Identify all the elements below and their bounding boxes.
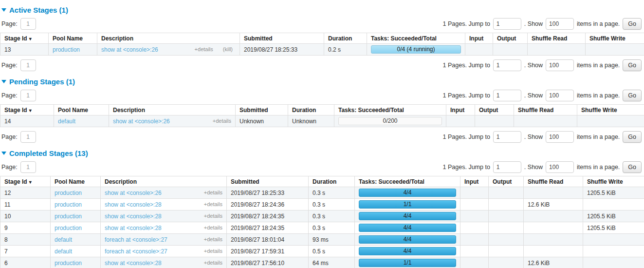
col-header-output[interactable]: Output: [493, 33, 528, 44]
page-input[interactable]: [20, 161, 36, 173]
col-header-submitted[interactable]: Submitted: [240, 33, 324, 44]
col-header-submitted[interactable]: Submitted: [236, 105, 288, 115]
col-header-input[interactable]: Input: [465, 33, 493, 44]
active-stages-table: Stage Id▾Pool NameDescriptionSubmittedDu…: [0, 33, 644, 56]
col-header-tasks-succeeded-total[interactable]: Tasks: Succeeded/Total: [355, 176, 460, 187]
stage-description-link[interactable]: show at <console>:26: [105, 190, 162, 196]
stage-description-link[interactable]: show at <console>:26: [113, 118, 170, 125]
col-header-duration[interactable]: Duration: [324, 33, 367, 44]
pages-count-text: 1 Pages. Jump to: [443, 164, 490, 171]
items-per-page-input[interactable]: [546, 90, 574, 101]
jump-to-page-input[interactable]: [493, 90, 521, 101]
col-header-stage-id[interactable]: Stage Id▾: [0, 176, 51, 187]
active-stages-heading[interactable]: Active Stages (1): [1, 6, 644, 14]
go-button[interactable]: Go: [623, 18, 642, 30]
details-toggle[interactable]: +details: [204, 248, 222, 254]
col-header-shuffle-read[interactable]: Shuffle Read: [524, 176, 583, 187]
shuffle-read-cell: [514, 115, 577, 127]
col-header-duration[interactable]: Duration: [309, 176, 355, 187]
pool-name-link[interactable]: default: [58, 118, 75, 125]
col-header-label: Output: [493, 178, 512, 185]
pool-name-link[interactable]: production: [55, 201, 82, 208]
details-toggle[interactable]: +details: [204, 236, 222, 242]
stage-description-link[interactable]: show at <console>:26: [101, 46, 158, 53]
pool-name-link[interactable]: production: [55, 260, 82, 267]
col-header-description[interactable]: Description: [97, 33, 240, 44]
items-per-page-input[interactable]: [546, 18, 574, 30]
stage-description-link[interactable]: foreach at <console>:27: [105, 248, 167, 255]
col-header-submitted[interactable]: Submitted: [227, 176, 309, 187]
col-header-description[interactable]: Description: [101, 176, 227, 187]
details-toggle[interactable]: +details: [204, 260, 222, 266]
col-header-stage-id[interactable]: Stage Id▾: [0, 105, 54, 115]
description-cell: show at <console>:26(kill)+details: [97, 44, 240, 56]
section-title: Pending Stages (1): [9, 77, 75, 86]
output-cell: [493, 44, 528, 56]
col-header-shuffle-write[interactable]: Shuffle Write: [583, 176, 644, 187]
page-input[interactable]: [20, 90, 36, 101]
pool-name-link[interactable]: production: [55, 190, 82, 196]
pool-name-cell: default: [51, 234, 101, 246]
completed-stages-heading[interactable]: Completed Stages (13): [1, 149, 644, 157]
pool-name-link[interactable]: default: [55, 248, 72, 255]
shuffle-write-cell: [583, 246, 644, 257]
page-label: Page:: [1, 92, 18, 99]
jump-to-page-input[interactable]: [493, 161, 521, 173]
pending-stages-heading[interactable]: Pending Stages (1): [1, 77, 644, 86]
col-header-input[interactable]: Input: [460, 176, 489, 187]
details-toggle[interactable]: +details: [204, 201, 222, 207]
tasks-progress-bar: 1/1: [359, 259, 456, 267]
page-input[interactable]: [20, 131, 36, 143]
col-header-shuffle-read[interactable]: Shuffle Read: [528, 33, 586, 44]
tasks-progress-bar: 4/4: [359, 224, 456, 232]
page-input[interactable]: [20, 59, 36, 71]
col-header-pool-name[interactable]: Pool Name: [49, 33, 97, 44]
stage-description-link[interactable]: show at <console>:28: [105, 213, 162, 220]
go-button[interactable]: Go: [623, 59, 642, 71]
collapse-arrow-icon: [1, 152, 6, 155]
pool-name-link[interactable]: production: [53, 46, 80, 53]
pool-name-link[interactable]: default: [55, 236, 72, 243]
jump-to-page-input[interactable]: [493, 18, 521, 30]
col-header-output[interactable]: Output: [489, 176, 524, 187]
stage-description-link[interactable]: show at <console>:28: [105, 201, 162, 208]
items-per-page-input[interactable]: [546, 161, 574, 173]
jump-to-page-input[interactable]: [493, 59, 521, 71]
stage-description-link[interactable]: foreach at <console>:27: [105, 236, 167, 243]
items-per-page-input[interactable]: [546, 131, 574, 143]
page-number-control: Page:: [1, 59, 36, 71]
page-input[interactable]: [20, 18, 36, 30]
col-header-shuffle-read[interactable]: Shuffle Read: [514, 105, 577, 115]
pool-name-link[interactable]: production: [55, 213, 82, 220]
pool-name-link[interactable]: production: [55, 225, 82, 231]
items-per-page-input[interactable]: [546, 59, 574, 71]
stage-description-link[interactable]: show at <console>:28: [105, 225, 162, 231]
col-header-output[interactable]: Output: [475, 105, 514, 115]
details-toggle[interactable]: +details: [213, 118, 231, 124]
go-button[interactable]: Go: [623, 90, 642, 101]
col-header-shuffle-write[interactable]: Shuffle Write: [586, 33, 644, 44]
col-header-input[interactable]: Input: [446, 105, 475, 115]
col-header-stage-id[interactable]: Stage Id▾: [0, 33, 49, 44]
duration-cell: 0.2 s: [324, 44, 367, 56]
details-toggle[interactable]: +details: [204, 213, 222, 219]
col-header-duration[interactable]: Duration: [288, 105, 334, 115]
col-header-pool-name[interactable]: Pool Name: [51, 176, 101, 187]
col-header-label: Stage Id: [4, 35, 27, 42]
col-header-tasks-succeeded-total[interactable]: Tasks: Succeeded/Total: [334, 105, 446, 115]
col-header-tasks-succeeded-total[interactable]: Tasks: Succeeded/Total: [367, 33, 465, 44]
output-cell: [489, 187, 524, 199]
col-header-pool-name[interactable]: Pool Name: [54, 105, 109, 115]
col-header-description[interactable]: Description: [109, 105, 236, 115]
description-cell: show at <console>:26+details: [109, 115, 236, 127]
details-toggle[interactable]: +details: [204, 225, 222, 230]
jump-to-page-input[interactable]: [493, 131, 521, 143]
details-toggle[interactable]: +details: [204, 190, 222, 195]
details-toggle[interactable]: +details: [195, 46, 213, 52]
pool-name-cell: default: [54, 115, 109, 127]
go-button[interactable]: Go: [623, 161, 642, 173]
kill-link[interactable]: (kill): [223, 46, 233, 52]
stage-description-link[interactable]: show at <console>:28: [105, 260, 162, 267]
col-header-shuffle-write[interactable]: Shuffle Write: [577, 105, 644, 115]
go-button[interactable]: Go: [623, 131, 642, 143]
